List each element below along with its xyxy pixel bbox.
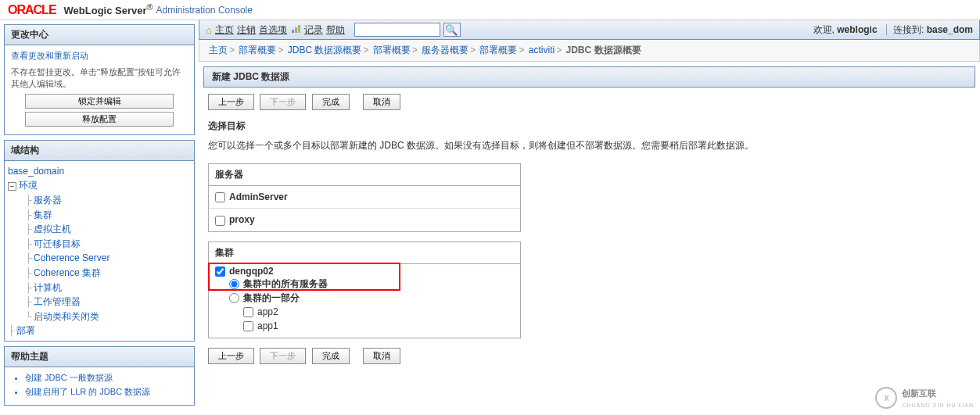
tree-item-workmgr[interactable]: 工作管理器: [34, 296, 81, 307]
server-checkbox-proxy[interactable]: [215, 216, 225, 226]
select-target-title: 选择目标: [208, 120, 971, 133]
button-row-top: 上一步 下一步 完成 取消: [208, 94, 971, 110]
prev-button[interactable]: 上一步: [208, 94, 254, 110]
help-link-1[interactable]: 创建 JDBC 一般数据源: [25, 373, 113, 382]
server-label-admin: AdminServer: [229, 191, 288, 202]
search-input[interactable]: [354, 23, 440, 37]
cluster-app2-row[interactable]: app2: [243, 305, 514, 319]
top-toolbar: ⌂ 主页 注销 首选项 记录 帮助 🔍 欢迎, weblogic 连接到: ba…: [199, 20, 980, 40]
tree-item-coh-server[interactable]: Coherence Server: [34, 252, 109, 263]
next-button-2: 下一步: [260, 348, 306, 364]
tree-item-coh-cluster[interactable]: Coherence 集群: [34, 267, 101, 278]
search-icon: 🔍: [445, 24, 458, 36]
tree-item-startup[interactable]: 启动类和关闭类: [34, 311, 99, 322]
lock-edit-button[interactable]: 锁定并编辑: [25, 94, 174, 109]
cluster-radio-all[interactable]: [229, 279, 239, 289]
domain-structure-title: 域结构: [5, 141, 194, 161]
cancel-button-2[interactable]: 取消: [363, 348, 400, 364]
chart-icon: [292, 24, 301, 35]
help-title: 帮助主题: [5, 347, 194, 367]
admin-console-label: Administration Console: [156, 5, 253, 16]
cluster-checkbox[interactable]: [215, 267, 225, 277]
watermark-logo: ☓ 创新互联CHUANG XIN HU LIAN: [875, 387, 974, 409]
server-checkbox-admin[interactable]: [215, 192, 225, 202]
cluster-radio-all-row[interactable]: 集群中的所有服务器: [229, 277, 514, 291]
release-config-button[interactable]: 释放配置: [25, 112, 174, 127]
search-button[interactable]: 🔍: [443, 23, 461, 37]
toolbar-help[interactable]: 帮助: [326, 23, 345, 37]
tree-root[interactable]: base_domain: [8, 166, 64, 177]
view-changes-link[interactable]: 查看更改和重新启动: [11, 51, 88, 60]
toolbar-home[interactable]: 主页: [215, 23, 234, 37]
cluster-app1-row[interactable]: app1: [243, 319, 514, 333]
bc-7: JDBC 数据源概要: [566, 45, 641, 55]
clusters-box: 集群 dengqp02 集群中的所有服务器 集群的一部分 app2 app1: [208, 241, 521, 338]
toolbar-logout[interactable]: 注销: [237, 23, 256, 37]
watermark-text: 创新互联: [902, 388, 936, 398]
product-name: WebLogic Server®: [64, 2, 153, 16]
header-bar: ORACLE WebLogic Server® Administration C…: [0, 0, 980, 20]
username: weblogic: [837, 24, 877, 35]
svg-rect-2: [298, 25, 300, 33]
breadcrumb: 主页> 部署概要> JDBC 数据源概要> 部署概要> 服务器概要> 部署概要>…: [199, 40, 980, 62]
help-panel: 帮助主题 创建 JDBC 一般数据源 创建启用了 LLR 的 JDBC 数据源: [4, 346, 195, 406]
cluster-name-label: dengqp02: [229, 266, 274, 277]
tree-item-migratable[interactable]: 可迁移目标: [34, 238, 81, 249]
help-link-2[interactable]: 创建启用了 LLR 的 JDBC 数据源: [25, 387, 150, 396]
cluster-radio-part-row[interactable]: 集群的一部分: [229, 291, 514, 305]
bc-1[interactable]: 部署概要: [239, 45, 276, 55]
cancel-button[interactable]: 取消: [363, 94, 400, 110]
servers-header: 服务器: [209, 164, 520, 186]
tree-item-vhosts[interactable]: 虚拟主机: [34, 224, 71, 234]
next-button: 下一步: [260, 94, 306, 110]
oracle-logo: ORACLE: [8, 3, 56, 17]
cluster-all-label: 集群中的所有服务器: [243, 278, 328, 289]
change-center-desc: 不存在暂挂更改。单击"释放配置"按钮可允许其他人编辑域。: [11, 66, 188, 91]
cluster-row[interactable]: dengqp02: [215, 266, 514, 277]
watermark-icon: ☓: [875, 387, 897, 409]
bc-4[interactable]: 服务器概要: [422, 45, 468, 55]
finish-button-2[interactable]: 完成: [312, 348, 350, 364]
cluster-radio-part[interactable]: [229, 293, 239, 303]
toolbar-log[interactable]: 记录: [304, 23, 323, 37]
bc-3[interactable]: 部署概要: [373, 45, 411, 55]
tree-item-machines[interactable]: 计算机: [34, 282, 62, 293]
bc-6[interactable]: activiti: [529, 45, 555, 55]
cluster-checkbox-app1[interactable]: [243, 321, 253, 331]
content-title: 新建 JDBC 数据源: [203, 66, 975, 88]
change-center-panel: 更改中心 查看更改和重新启动 不存在暂挂更改。单击"释放配置"按钮可允许其他人编…: [4, 24, 195, 135]
bc-2[interactable]: JDBC 数据源概要: [288, 45, 362, 55]
tree-env[interactable]: 环境: [19, 180, 38, 191]
tree-item-clusters[interactable]: 集群: [34, 209, 52, 220]
svg-rect-0: [292, 30, 294, 33]
select-target-desc: 您可以选择一个或多个目标以部署新建的 JDBC 数据源。如果没有选择目标，则将创…: [208, 139, 971, 152]
connected-domain: base_dom: [927, 24, 973, 35]
server-row-admin[interactable]: AdminServer: [209, 186, 520, 209]
toolbar-prefs[interactable]: 首选项: [259, 23, 287, 37]
cluster-part-label: 集群的一部分: [243, 292, 300, 303]
tree-toggle-icon[interactable]: −: [8, 182, 16, 191]
servers-box: 服务器 AdminServer proxy: [208, 163, 521, 232]
welcome-label: 欢迎,: [813, 24, 835, 35]
svg-rect-1: [295, 27, 297, 33]
cluster-checkbox-app2[interactable]: [243, 307, 253, 317]
connected-label: 连接到:: [893, 24, 924, 35]
bc-5[interactable]: 部署概要: [479, 45, 517, 55]
cluster-app2-label: app2: [257, 306, 278, 317]
button-row-bottom: 上一步 下一步 完成 取消: [208, 348, 971, 364]
finish-button[interactable]: 完成: [312, 94, 350, 110]
bc-0[interactable]: 主页: [209, 45, 228, 55]
tree-deploy[interactable]: 部署: [16, 325, 35, 336]
domain-structure-panel: 域结构 base_domain −环境 ├服务器 ├集群 ├虚拟主机 ├可迁移目…: [4, 140, 195, 342]
tree-item-servers[interactable]: 服务器: [34, 195, 62, 206]
server-label-proxy: proxy: [229, 214, 255, 225]
cluster-app1-label: app1: [257, 320, 278, 331]
change-center-title: 更改中心: [5, 25, 194, 45]
server-row-proxy[interactable]: proxy: [209, 209, 520, 231]
domain-tree[interactable]: base_domain −环境 ├服务器 ├集群 ├虚拟主机 ├可迁移目标 ├C…: [5, 161, 194, 341]
tree-services[interactable]: 服务: [19, 340, 38, 341]
home-icon: ⌂: [206, 24, 212, 36]
clusters-header: 集群: [209, 242, 520, 264]
prev-button-2[interactable]: 上一步: [208, 348, 254, 364]
